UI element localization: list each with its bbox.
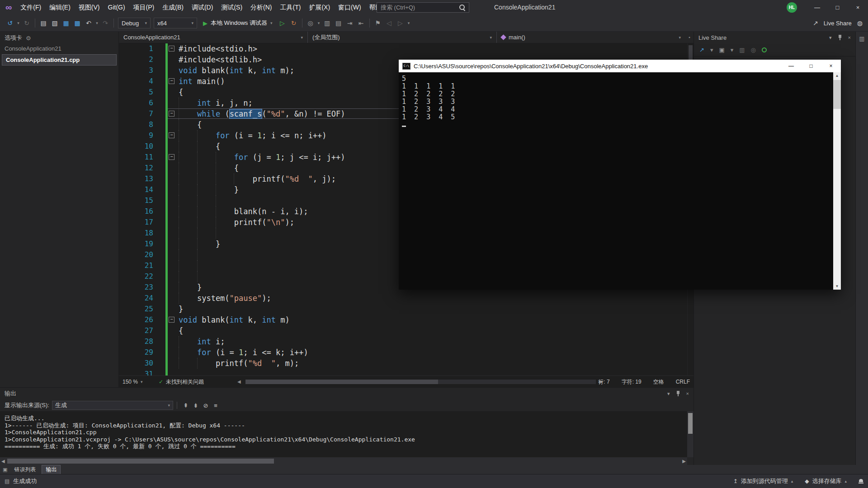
open-file-icon[interactable]: ▧ bbox=[49, 19, 60, 27]
next-message-icon[interactable]: ⇟ bbox=[191, 402, 201, 409]
select-repository-button[interactable]: ◆ 选择存储库 ▴ bbox=[805, 477, 847, 485]
chevron-down-icon[interactable]: ▾ bbox=[406, 21, 411, 25]
menu-item[interactable]: 扩展(X) bbox=[305, 0, 334, 15]
scroll-left-icon[interactable]: ◀ bbox=[1, 459, 5, 464]
fold-collapse-icon[interactable]: − bbox=[169, 154, 175, 160]
redo-icon[interactable]: ↷ bbox=[100, 19, 111, 27]
document-tab-active[interactable]: ConsoleApplication21.cpp bbox=[2, 54, 117, 66]
column-indicator[interactable]: 字符: 19 bbox=[622, 378, 642, 386]
window-position-icon[interactable]: ▾ bbox=[829, 35, 832, 41]
eol-indicator[interactable]: CRLF bbox=[676, 379, 690, 385]
notifications-bell-icon[interactable] bbox=[859, 479, 863, 484]
pin-icon[interactable] bbox=[676, 391, 680, 396]
menu-item[interactable]: 视图(V) bbox=[75, 0, 104, 15]
menu-item[interactable]: Git(G) bbox=[104, 0, 129, 15]
previous-bookmark-icon[interactable]: ◁ bbox=[384, 19, 395, 27]
menu-item[interactable]: 调试(D) bbox=[188, 0, 217, 15]
comment-icon[interactable]: ▥ bbox=[322, 19, 333, 27]
fold-collapse-icon[interactable]: − bbox=[169, 317, 175, 323]
menu-item[interactable]: 项目(P) bbox=[129, 0, 159, 15]
close-icon[interactable]: × bbox=[686, 391, 689, 396]
member-dropdown[interactable]: main() ▾ bbox=[497, 32, 685, 43]
audio-call-icon[interactable]: ▥ bbox=[739, 47, 745, 53]
solution-configurations-dropdown[interactable]: Debug▾ bbox=[118, 18, 151, 28]
line-indicator[interactable]: 行: 7 bbox=[598, 378, 609, 386]
live-share-button[interactable]: Live Share bbox=[824, 20, 852, 27]
outdent-icon[interactable]: ⇤ bbox=[356, 19, 367, 27]
scroll-up-icon[interactable]: ▲ bbox=[833, 74, 841, 78]
fold-collapse-icon[interactable]: − bbox=[169, 111, 175, 117]
split-window-icon[interactable]: ▪ bbox=[685, 32, 693, 43]
code-line[interactable]: 30 printf("%d ", m); bbox=[119, 358, 688, 369]
tool-window-tab[interactable]: 输出 bbox=[42, 465, 61, 474]
console-scrollbar[interactable]: ▲ ▼ bbox=[833, 72, 841, 290]
document-health-indicator[interactable]: ✓ 未找到相关问题 bbox=[159, 376, 204, 388]
uncomment-icon[interactable]: ▤ bbox=[333, 19, 344, 27]
scrollbar-thumb[interactable] bbox=[833, 80, 841, 109]
navigate-forward-icon[interactable]: ↻ bbox=[21, 19, 32, 27]
start-debugging-button[interactable]: ▶本地 Windows 调试器▾ bbox=[199, 19, 277, 27]
output-source-dropdown[interactable]: 生成 ▾ bbox=[52, 401, 173, 410]
user-avatar[interactable]: HL bbox=[787, 2, 797, 13]
close-button[interactable]: × bbox=[848, 0, 868, 15]
save-all-icon[interactable]: ▩ bbox=[72, 19, 83, 27]
follow-participant-icon[interactable]: ◎ bbox=[751, 47, 756, 53]
code-line[interactable]: 31 bbox=[119, 369, 688, 375]
navigate-backward-icon[interactable]: ↺ bbox=[5, 19, 15, 27]
scroll-left-icon[interactable]: ◀ bbox=[237, 379, 241, 384]
code-line[interactable]: 25} bbox=[119, 304, 688, 314]
scope-dropdown[interactable]: (全局范围) ▾ bbox=[308, 32, 497, 43]
pin-icon[interactable] bbox=[838, 35, 842, 40]
code-line[interactable]: 1−#include<stdio.h> bbox=[119, 43, 688, 54]
menu-item[interactable]: 窗口(W) bbox=[334, 0, 365, 15]
window-position-icon[interactable]: ▾ bbox=[667, 391, 670, 397]
spaces-indicator[interactable]: 空格 bbox=[653, 378, 664, 386]
chevron-down-icon[interactable]: ▾ bbox=[316, 21, 321, 25]
next-bookmark-icon[interactable]: ▷ bbox=[395, 19, 406, 27]
add-to-source-control-button[interactable]: ↥ 添加到源代码管理 ▴ bbox=[733, 477, 793, 485]
menu-item[interactable]: 测试(S) bbox=[217, 0, 246, 15]
task-list-icon[interactable]: ▥ bbox=[859, 35, 864, 465]
minimize-button[interactable]: — bbox=[807, 0, 827, 15]
project-dropdown[interactable]: ConsoleApplication21 ▾ bbox=[119, 32, 308, 43]
code-line[interactable]: 26−void blank(int k, int m) bbox=[119, 314, 688, 325]
scrollbar-thumb[interactable] bbox=[688, 413, 693, 434]
console-output[interactable]: 51 1 1 1 11 2 2 2 21 2 3 3 31 2 3 4 41 2… bbox=[399, 72, 833, 290]
maximize-button[interactable]: □ bbox=[827, 0, 848, 15]
scrollbar-thumb[interactable] bbox=[245, 380, 438, 384]
send-feedback-icon[interactable]: ◍ bbox=[857, 19, 863, 27]
fold-collapse-icon[interactable]: − bbox=[169, 132, 175, 138]
menu-item[interactable]: 生成(B) bbox=[158, 0, 188, 15]
hot-reload-icon[interactable]: ↻ bbox=[288, 19, 299, 27]
zoom-control[interactable]: 150 % ▾ bbox=[121, 376, 145, 388]
fold-collapse-icon[interactable]: − bbox=[169, 46, 175, 52]
toggle-word-wrap-icon[interactable]: ≡ bbox=[211, 402, 221, 409]
menu-item[interactable]: 文件(F) bbox=[16, 0, 45, 15]
scroll-right-icon[interactable]: ▶ bbox=[682, 459, 686, 464]
indent-icon[interactable]: ⇥ bbox=[344, 19, 355, 27]
console-window[interactable]: C:\ C:\Users\ASUS\source\repos\ConsoleAp… bbox=[399, 60, 841, 290]
search-box[interactable]: 搜索 (Ctrl+Q) bbox=[377, 2, 469, 13]
session-status-icon[interactable] bbox=[762, 47, 767, 52]
output-log[interactable]: 已启动生成...1>------ 已启动生成: 项目: ConsoleAppli… bbox=[0, 411, 687, 457]
chevron-down-icon[interactable]: ▾ bbox=[94, 21, 99, 25]
tool-window-tab[interactable]: 错误列表 bbox=[10, 465, 39, 474]
code-line[interactable]: 28 int i; bbox=[119, 336, 688, 347]
console-close-button[interactable]: × bbox=[821, 60, 841, 72]
scrollbar-thumb[interactable] bbox=[7, 459, 274, 464]
menu-item[interactable]: 分析(N) bbox=[246, 0, 276, 15]
output-horizontal-scrollbar[interactable]: ◀ ▶ bbox=[0, 457, 687, 465]
code-line[interactable]: 27{ bbox=[119, 325, 688, 336]
caret-down-icon[interactable]: ▾ bbox=[731, 47, 734, 53]
new-project-icon[interactable]: ▤ bbox=[38, 19, 49, 27]
console-maximize-button[interactable]: □ bbox=[801, 60, 821, 72]
scroll-down-icon[interactable]: ▼ bbox=[833, 284, 841, 288]
code-line[interactable]: 29 for (i = 1; i <= k; i++) bbox=[119, 347, 688, 358]
solution-platforms-dropdown[interactable]: x64▾ bbox=[154, 18, 197, 28]
toggle-bookmark-icon[interactable]: ⚑ bbox=[373, 19, 383, 27]
editor-horizontal-scrollbar[interactable] bbox=[245, 380, 596, 384]
fold-collapse-icon[interactable]: − bbox=[169, 78, 175, 84]
find-in-files-icon[interactable]: ◎ bbox=[305, 19, 316, 27]
gear-icon[interactable]: ⚙ bbox=[26, 35, 31, 42]
share-session-icon[interactable]: ↗ bbox=[699, 47, 704, 53]
